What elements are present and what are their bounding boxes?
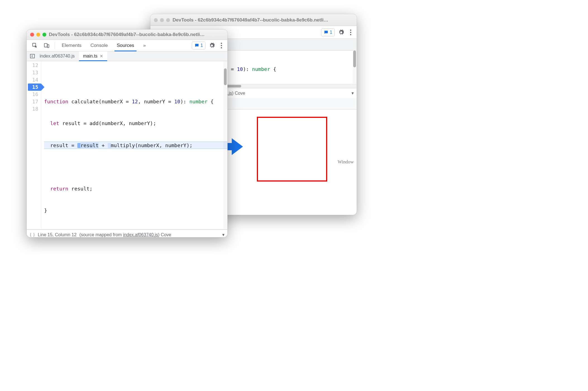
device-icon[interactable]	[41, 41, 52, 50]
titlebar: DevTools - 62c6b934c4b7f676049af4b7--buc…	[27, 30, 227, 40]
close-dot[interactable]	[154, 18, 158, 22]
highlight-box	[257, 117, 327, 182]
inspect-icon[interactable]	[30, 41, 40, 50]
maximize-dot[interactable]	[166, 18, 170, 22]
traffic-lights	[30, 33, 46, 37]
kebab-icon[interactable]	[348, 28, 354, 37]
svg-point-10	[221, 45, 222, 46]
minimize-dot[interactable]	[36, 33, 40, 37]
close-dot[interactable]	[30, 33, 34, 37]
window-title: DevTools - 62c6b934c4b7f676049af4b7--buc…	[49, 32, 205, 37]
issues-badge[interactable]: 1	[321, 28, 335, 36]
kebab-icon[interactable]	[218, 41, 224, 50]
coverage-icon[interactable]: ▾	[222, 232, 224, 237]
minimize-dot[interactable]	[160, 18, 164, 22]
scrollbar-vertical[interactable]	[223, 61, 227, 229]
settings-icon[interactable]	[207, 41, 217, 50]
code-area[interactable]: 121314 15 161718 function calculate(numb…	[27, 61, 227, 229]
tab-console[interactable]: Console	[87, 40, 112, 51]
tab-elements[interactable]: Elements	[58, 40, 85, 51]
filetab-main[interactable]: main.ts ✕	[79, 51, 107, 61]
navigator-icon[interactable]	[30, 53, 35, 59]
toolbar: Elements Console Sources » 1	[27, 40, 227, 51]
coverage-icon[interactable]: ▾	[352, 90, 354, 96]
devtools-window-left: DevTools - 62c6b934c4b7f676049af4b7--buc…	[27, 29, 228, 237]
traffic-lights	[154, 18, 170, 22]
statusbar: { } Line 15, Column 12 (source mapped fr…	[27, 230, 227, 237]
svg-point-11	[221, 47, 222, 48]
window-title: DevTools - 62c6b934c4b7f676049af4b7--buc…	[173, 17, 328, 23]
issues-count: 1	[330, 30, 332, 35]
filetab-index[interactable]: index.af063740.js	[36, 51, 78, 61]
tab-sources[interactable]: Sources	[113, 40, 138, 51]
svg-point-0	[350, 29, 351, 30]
svg-rect-7	[44, 44, 47, 47]
sourcemap-link[interactable]: index.af063740.js	[123, 232, 158, 237]
cursor-position: Line 15, Column 12	[38, 232, 77, 237]
svg-rect-8	[47, 44, 49, 47]
close-icon[interactable]: ✕	[100, 54, 103, 59]
chat-icon	[194, 43, 199, 48]
sourcemap-text: (source mapped from index.af063740.js) C…	[79, 232, 171, 237]
breakpoint-marker[interactable]: 15	[28, 84, 41, 91]
titlebar: DevTools - 62c6b934c4b7f676049af4b7--buc…	[150, 14, 357, 26]
gutter[interactable]: 121314 15 161718	[27, 61, 41, 229]
svg-rect-12	[30, 54, 35, 58]
issues-count: 1	[200, 43, 203, 48]
svg-point-2	[350, 34, 351, 35]
settings-icon[interactable]	[336, 28, 346, 37]
svg-point-1	[350, 32, 351, 33]
issues-badge[interactable]: 1	[192, 42, 205, 49]
filetab-main-label: main.ts	[83, 54, 97, 59]
chat-icon	[324, 30, 329, 35]
maximize-dot[interactable]	[42, 33, 46, 37]
global-value: Window	[338, 159, 354, 165]
filetabs: index.af063740.js main.ts ✕	[27, 51, 227, 61]
scrollbar-horizontal[interactable]	[27, 229, 227, 230]
braces-icon[interactable]: { }	[30, 232, 35, 237]
svg-point-9	[221, 43, 222, 44]
tab-more[interactable]: »	[139, 40, 150, 51]
scrollbar-vertical[interactable]	[353, 51, 357, 84]
